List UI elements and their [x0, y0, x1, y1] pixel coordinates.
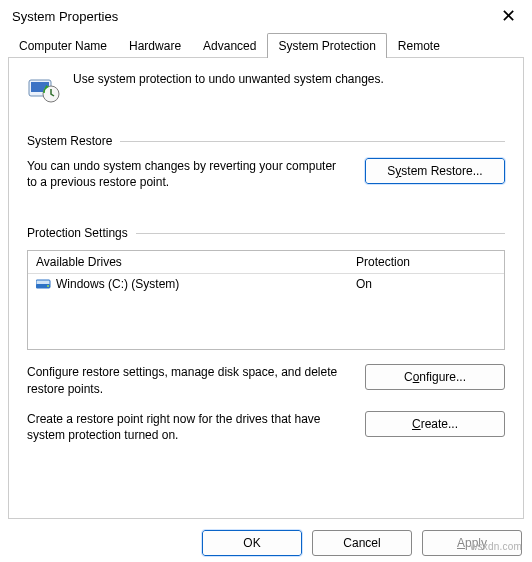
divider — [136, 233, 505, 234]
configure-text: Configure restore settings, manage disk … — [27, 364, 347, 396]
tab-advanced[interactable]: Advanced — [192, 33, 267, 58]
window-title: System Properties — [12, 9, 118, 24]
system-restore-button[interactable]: System Restore... — [365, 158, 505, 184]
protection-heading: Protection Settings — [27, 226, 128, 240]
col-available-drives: Available Drives — [36, 255, 356, 269]
watermark: wsxdn.com — [470, 541, 522, 552]
drive-icon — [36, 277, 52, 291]
system-restore-heading: System Restore — [27, 134, 112, 148]
restore-text: You can undo system changes by reverting… — [27, 158, 347, 190]
section-protection-settings: Protection Settings — [27, 226, 505, 240]
tab-panel: Use system protection to undo unwanted s… — [8, 57, 524, 519]
create-text: Create a restore point right now for the… — [27, 411, 347, 443]
tab-remote[interactable]: Remote — [387, 33, 451, 58]
tab-computer-name[interactable]: Computer Name — [8, 33, 118, 58]
tab-system-protection[interactable]: System Protection — [267, 33, 386, 58]
system-protection-icon — [27, 72, 61, 106]
tab-strip: Computer Name Hardware Advanced System P… — [0, 33, 532, 58]
configure-row: Configure restore settings, manage disk … — [27, 364, 505, 396]
svg-point-6 — [47, 285, 49, 287]
drives-header: Available Drives Protection — [28, 251, 504, 274]
drive-name: Windows (C:) (System) — [56, 277, 356, 291]
ok-button[interactable]: OK — [202, 530, 302, 556]
tab-hardware[interactable]: Hardware — [118, 33, 192, 58]
close-icon[interactable]: ✕ — [495, 5, 522, 27]
drives-list[interactable]: Available Drives Protection Windows (C:)… — [27, 250, 505, 350]
table-row[interactable]: Windows (C:) (System) On — [28, 274, 504, 294]
titlebar: System Properties ✕ — [0, 0, 532, 32]
drive-protection-status: On — [356, 277, 496, 291]
intro-row: Use system protection to undo unwanted s… — [27, 72, 505, 106]
section-system-restore: System Restore — [27, 134, 505, 148]
intro-text: Use system protection to undo unwanted s… — [73, 72, 384, 86]
col-protection: Protection — [356, 255, 496, 269]
cancel-button[interactable]: Cancel — [312, 530, 412, 556]
restore-row: You can undo system changes by reverting… — [27, 158, 505, 190]
create-button[interactable]: Create... — [365, 411, 505, 437]
divider — [120, 141, 505, 142]
create-row: Create a restore point right now for the… — [27, 411, 505, 443]
configure-button[interactable]: Configure... — [365, 364, 505, 390]
